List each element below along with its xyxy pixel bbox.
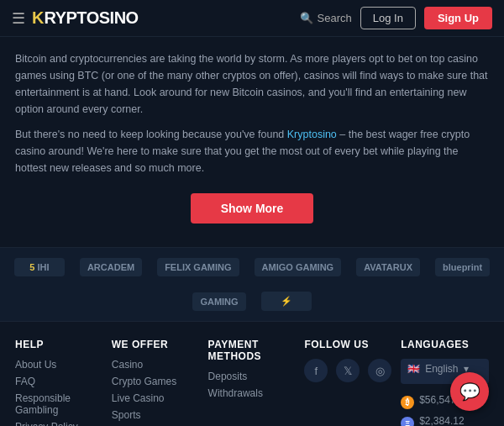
partners-strip: 5IHI ARCADEM FELIX GAMING AMIGO GAMING A… (0, 247, 504, 322)
search-label: Search (318, 12, 352, 24)
partner-avatarux: AVATARUX (356, 258, 420, 276)
partner-gaming: GAMING (192, 292, 245, 311)
show-more-container: Show More (15, 185, 489, 239)
eth-icon: Ξ (401, 417, 414, 426)
footer-follow-col: FOLLOW US f 𝕏 ◎ (304, 339, 392, 426)
instagram-icon[interactable]: ◎ (368, 359, 391, 382)
paragraph-1: Bitcoin and cryptocurrencies are taking … (15, 50, 489, 118)
main-content: Bitcoin and cryptocurrencies are taking … (0, 37, 504, 247)
hamburger-menu-icon[interactable]: ☰ (12, 9, 25, 28)
chat-icon: 💬 (459, 381, 480, 402)
footer-sports[interactable]: Sports (112, 409, 200, 421)
footer-withdrawals[interactable]: Withdrawals (208, 387, 297, 399)
search-icon: 🔍 (300, 12, 313, 24)
footer-about-us[interactable]: About Us (15, 359, 103, 371)
footer-privacy-policy[interactable]: Privacy Policy (15, 421, 103, 426)
header-left: ☰ K RYPTOSINO (12, 8, 139, 28)
header-right: 🔍 Search Log In Sign Up (300, 7, 492, 29)
twitter-icon[interactable]: 𝕏 (336, 359, 360, 382)
paragraph-2: But there's no need to keep looking beca… (15, 126, 489, 176)
logo-rest: RYPTOSINO (44, 8, 138, 28)
logo[interactable]: K RYPTOSINO (32, 8, 139, 28)
footer-offer-heading: WE OFFER (112, 339, 200, 350)
search-button[interactable]: 🔍 Search (300, 12, 352, 24)
partner-arcadem: ARCADEM (80, 258, 142, 276)
flag-icon: 🇬🇧 (407, 363, 420, 375)
footer-languages-heading: LANGUAGES (401, 339, 489, 350)
paragraph-2-before: But there's no need to keep looking beca… (15, 129, 287, 140)
footer: HELP About Us FAQ Responsible Gambling P… (0, 322, 504, 426)
show-more-button[interactable]: Show More (191, 193, 314, 224)
footer-payment-col: PAYMENT METHODS Deposits Withdrawals (208, 339, 297, 426)
footer-help-col: HELP About Us FAQ Responsible Gambling P… (15, 339, 103, 426)
signup-button[interactable]: Sign Up (424, 7, 492, 29)
logo-k: K (32, 8, 44, 28)
btc-icon: ₿ (401, 396, 414, 409)
footer-casino[interactable]: Casino (112, 359, 200, 371)
partner-blueprint: blueprint (435, 258, 490, 276)
partner-5ihi: 5IHI (14, 258, 65, 276)
footer-offer-col: WE OFFER Casino Crypto Games Live Casino… (112, 339, 200, 426)
partner-bolt: ⚡ (261, 292, 312, 311)
language-label: English (425, 363, 458, 375)
kryptosino-link[interactable]: Kryptosino (287, 129, 337, 140)
eth-amount: $2,384.12 (419, 415, 464, 426)
header: ☰ K RYPTOSINO 🔍 Search Log In Sign Up (0, 0, 504, 37)
social-icons: f 𝕏 ◎ (304, 359, 392, 382)
footer-faq[interactable]: FAQ (15, 376, 103, 387)
footer-follow-heading: FOLLOW US (304, 339, 392, 350)
login-button[interactable]: Log In (360, 7, 416, 29)
footer-crypto-games[interactable]: Crypto Games (112, 376, 200, 387)
currency-eth-row: Ξ $2,384.12 (401, 415, 489, 426)
partner-amigo: AMIGO GAMING (255, 258, 342, 276)
footer-deposits[interactable]: Deposits (208, 371, 297, 382)
facebook-icon[interactable]: f (304, 359, 328, 382)
footer-help-heading: HELP (15, 339, 103, 350)
partner-felix: FELIX GAMING (157, 258, 239, 276)
footer-responsible-gambling[interactable]: Responsible Gambling (15, 392, 103, 416)
footer-live-casino[interactable]: Live Casino (112, 392, 200, 404)
chat-button[interactable]: 💬 (450, 372, 489, 411)
footer-payment-heading: PAYMENT METHODS (208, 339, 297, 362)
